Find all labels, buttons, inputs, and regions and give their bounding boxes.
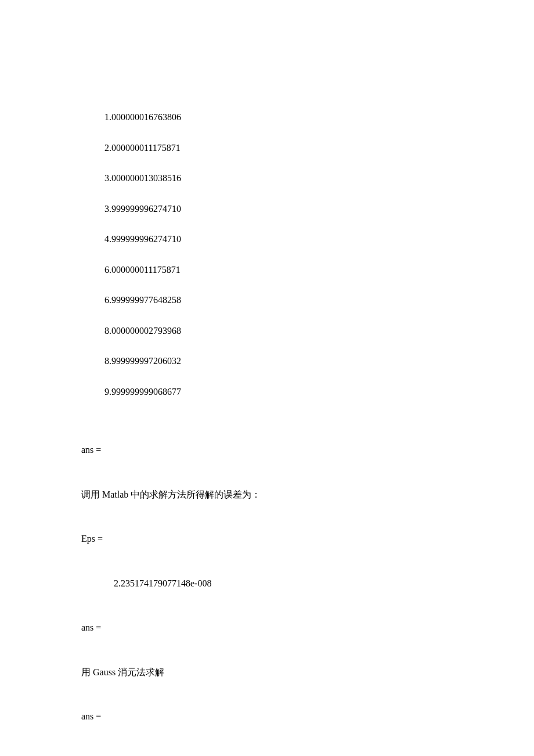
- value-line: 8.000000002793968: [104, 323, 453, 340]
- value-line: 8.999999997206032: [104, 353, 453, 370]
- value-line: 1.000000016763806: [104, 109, 453, 126]
- text-matlab-error: 调用 Matlab 中的求解方法所得解的误差为：: [81, 487, 453, 503]
- ans-label: ans =: [81, 442, 453, 459]
- value-line: 3.000000013038516: [104, 170, 453, 187]
- text-gauss: 用 Gauss 消元法求解: [81, 664, 453, 681]
- value-line: 6.000000011175871: [104, 262, 453, 279]
- ans-label: ans =: [81, 708, 453, 725]
- ans-label: ans =: [81, 620, 453, 636]
- value-line: 9.999999999068677: [104, 384, 453, 401]
- eps-label: Eps =: [81, 531, 453, 548]
- document-content: 1.000000016763806 2.000000011175871 3.00…: [81, 81, 453, 756]
- solution-block: 方程的解为： x =: [81, 753, 453, 757]
- value-line: 4.999999996274710: [104, 231, 453, 248]
- value-line: 3.999999996274710: [104, 201, 453, 218]
- values-block-1: 1.000000016763806 2.000000011175871 3.00…: [81, 95, 453, 414]
- eps-value: 2.235174179077148e-008: [81, 575, 453, 592]
- value-line: 6.999999977648258: [104, 292, 453, 309]
- value-line: 2.000000011175871: [104, 140, 453, 157]
